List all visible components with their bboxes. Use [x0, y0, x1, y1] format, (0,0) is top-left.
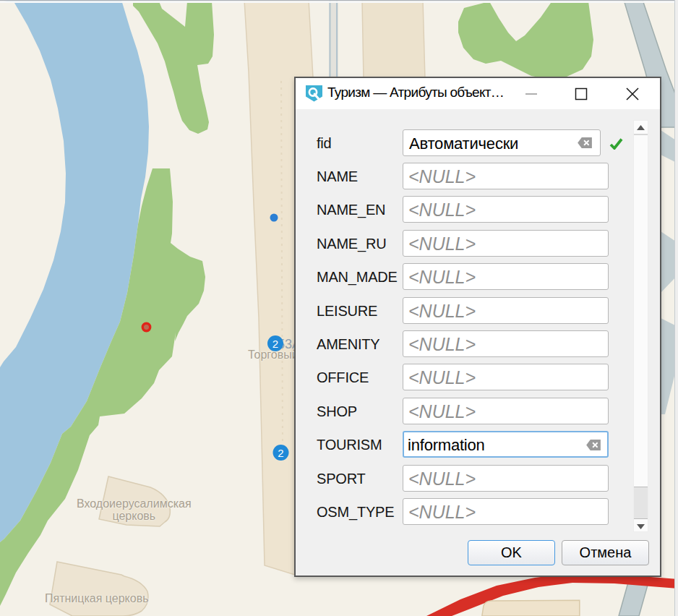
svg-text:2: 2	[278, 447, 283, 459]
